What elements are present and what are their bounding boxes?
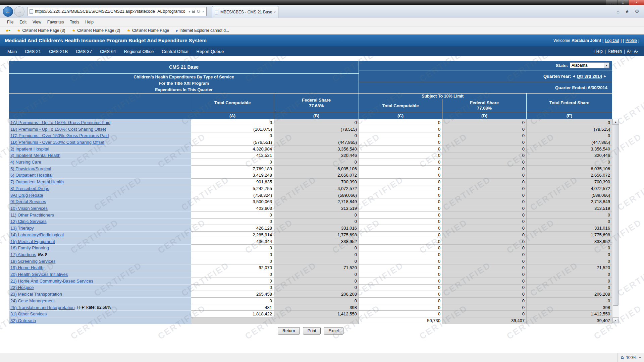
row-label-cell: 3) Inpatient Mental Health	[9, 153, 191, 159]
menu-item-tools[interactable]: Tools	[67, 20, 82, 24]
state-select[interactable]: Alabama ▼	[570, 62, 609, 68]
row-link[interactable]: 13) Therapy	[10, 226, 34, 231]
row-link[interactable]: 17) Abortions	[10, 252, 36, 257]
value-cell-c: 0	[359, 238, 442, 245]
nav-item-regional-office[interactable]: Regional Office	[120, 49, 158, 54]
row-link[interactable]: 8) Prescribed Drugs	[10, 186, 49, 191]
table-row: 5) Physician/Surgical 7,769,189 6,035,10…	[9, 166, 612, 172]
row-link[interactable]: 20) Health Services Initiatives	[10, 272, 68, 277]
add-favorite-button[interactable]: ★ ►	[3, 28, 14, 33]
forward-button[interactable]: →	[14, 6, 24, 17]
font-decrease-link[interactable]: A-	[634, 49, 638, 54]
nav-item-report-queue[interactable]: Report Queue	[193, 49, 228, 54]
table-row: 10) Vision Services 403,603 313,519 0 0 …	[9, 205, 612, 212]
row-link[interactable]: 18) Screening Services	[10, 259, 55, 264]
address-bar[interactable]: https://65.220.21.9/MBESCBES/CMS21/CMS21…	[27, 7, 207, 16]
state-select-arrow-icon[interactable]: ▼	[604, 63, 609, 68]
row-link[interactable]: 24) Case Management	[10, 298, 55, 303]
help-link[interactable]: Help	[594, 49, 603, 54]
favorite-link-cmsnet[interactable]: ★ CMSnet Home Page	[123, 26, 172, 34]
favorite-link-cmsnet-2[interactable]: ★ CMSnet Home Page (2)	[69, 26, 124, 34]
menu-item-help[interactable]: Help	[82, 20, 97, 24]
row-link[interactable]: 23) Medical Transportation	[10, 292, 62, 297]
row-link[interactable]: 31) Other Services	[10, 311, 47, 316]
menu-item-file[interactable]: File	[4, 20, 16, 24]
row-link[interactable]: 1C) Premiums - Over 150%: Gross Premiums…	[10, 133, 109, 138]
home-icon[interactable]: ⌂	[616, 9, 620, 14]
nav-item-cms21[interactable]: CMS-21	[21, 49, 45, 54]
close-button[interactable]: ×	[629, 0, 644, 5]
favorite-link-ie-cannot[interactable]: e Internet Explorer cannot d...	[172, 26, 232, 34]
stop-button[interactable]: ×	[202, 9, 204, 13]
menu-item-view[interactable]: View	[30, 20, 44, 24]
zoom-control[interactable]: 100% ▼	[617, 353, 641, 362]
scroll-up-button[interactable]: ▲	[612, 119, 619, 125]
row-link[interactable]: 8A) Drug Rebate	[10, 193, 43, 198]
table-row: 17) Abortions No. 0 0 0 0 0 0	[9, 251, 612, 258]
app-header: Medicaid And Children’s Health Insurance…	[0, 35, 644, 46]
row-link[interactable]: 5) Physician/Surgical	[10, 166, 51, 171]
row-link[interactable]: 1A) Premiums - Up To 150%: Gross Premium…	[10, 120, 110, 125]
quarter-prev-button[interactable]: ◄	[572, 74, 576, 78]
value-cell-d: 0	[442, 285, 527, 291]
excel-button[interactable]: Excel	[324, 327, 343, 335]
quarter-link[interactable]: Qtr 3rd 2014	[577, 74, 602, 79]
row-link[interactable]: 15) Medical Equipment	[10, 239, 55, 244]
nav-item-cms21b[interactable]: CMS-21B	[45, 49, 72, 54]
row-link[interactable]: 19) Home Health	[10, 265, 43, 270]
favorite-link-cmsnet-3[interactable]: ★ CMSnet Home Page (3)	[14, 26, 69, 34]
url-text[interactable]: https://65.220.21.9/MBESCBES/CMS21/CMS21…	[35, 9, 187, 14]
row-link[interactable]: 1D) Premiums - Over 150%: Cost Sharing O…	[10, 140, 104, 145]
row-link[interactable]: 14) Laboratory/Radiological	[10, 232, 64, 237]
print-button[interactable]: Print	[303, 327, 321, 335]
value-cell-c: 0	[359, 179, 442, 185]
row-link[interactable]: 21) Home And Community-Based Services	[10, 279, 93, 284]
zoom-caret-icon[interactable]: ▼	[639, 356, 641, 359]
menu-item-edit[interactable]: Edit	[16, 20, 30, 24]
quarter-next-button[interactable]: ►	[603, 74, 607, 78]
return-button[interactable]: Return	[278, 327, 300, 335]
profile-link[interactable]: Profile	[626, 38, 637, 43]
row-link[interactable]: 16) Family Planning	[10, 245, 49, 250]
value-cell-d: 0	[442, 278, 527, 285]
row-link[interactable]: 9) Dental Services	[10, 199, 46, 204]
row-link[interactable]: 3) Inpatient Mental Health	[10, 153, 60, 158]
value-cell-d: 0	[442, 198, 527, 205]
nav-item-cms37[interactable]: CMS-37	[72, 49, 96, 54]
scroll-down-button[interactable]: ▼	[612, 317, 619, 323]
tab-close-button[interactable]: ×	[274, 10, 276, 14]
value-cell-d: 0	[442, 146, 527, 153]
nav-item-central-office[interactable]: Central Office	[158, 49, 192, 54]
table-scrollbar[interactable]: ▲ ▼	[612, 119, 619, 323]
row-link[interactable]: 1B) Premiums - Up To 150%: Cost Sharing …	[10, 127, 106, 132]
maximize-button[interactable]: □	[617, 0, 629, 5]
nav-item-cms64[interactable]: CMS-64	[96, 49, 120, 54]
row-link[interactable]: 2) Inpatient Hospital	[10, 146, 49, 152]
font-increase-link[interactable]: A+	[627, 49, 632, 54]
row-link[interactable]: 12) Clinic Services	[10, 219, 47, 224]
settings-gear-icon[interactable]: ⚙	[635, 8, 639, 14]
menu-item-favorites[interactable]: Favorites	[44, 20, 67, 24]
col-b-header: Federal Share 77.68%	[274, 94, 359, 112]
quarter-row: Quarter/Year: ◄ Qtr 3rd 2014 ►	[359, 70, 612, 82]
row-link[interactable]: 10) Vision Services	[10, 206, 48, 211]
row-link[interactable]: 6) Outpatient Hospital	[10, 173, 53, 178]
row-link[interactable]: 25) Translation and Interpretation	[10, 305, 75, 310]
row-link[interactable]: 32) Outreach	[10, 318, 36, 323]
value-cell-c: 0	[359, 311, 442, 317]
row-link[interactable]: 11) Other Practitioners	[10, 213, 54, 218]
browser-tab[interactable]: MBES/CBES - CMS 21 Base ×	[212, 6, 278, 18]
minimize-button[interactable]: –	[606, 0, 617, 5]
row-link[interactable]: 4) Nursing Care	[10, 160, 41, 165]
row-link[interactable]: 22) Hospice	[10, 285, 34, 290]
back-button[interactable]: ←	[3, 6, 13, 17]
logout-link[interactable]: Log Out	[605, 38, 619, 43]
table-row: 14) Laboratory/Radiological 2,285,914 1,…	[9, 232, 612, 238]
refresh-link[interactable]: Refresh	[608, 49, 622, 54]
row-link[interactable]: 7) Outpatient Mental Health	[10, 179, 64, 184]
scroll-thumb[interactable]	[613, 125, 619, 306]
autocomplete-dropdown-icon[interactable]: ▾	[189, 9, 191, 14]
favorites-star-icon[interactable]: ★	[625, 8, 629, 14]
nav-item-main[interactable]: Main	[3, 49, 21, 54]
refresh-button[interactable]: ↻	[197, 9, 201, 14]
